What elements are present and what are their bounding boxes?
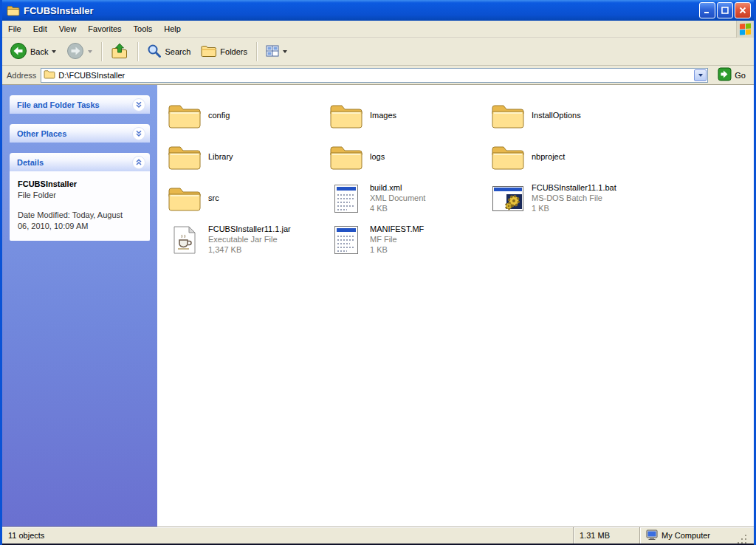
details-panel: Details FCUBSInstaller File Folder Date … [10,153,150,241]
folder-icon [7,5,20,16]
java-archive-icon [167,225,202,255]
file-grid: config Images [157,85,754,527]
address-label: Address [5,71,36,80]
task-pane: File and Folder Tasks Other Places [2,85,157,527]
explorer-window: FCUBSInstaller File Edit View Favorites … [0,0,756,545]
resize-grip[interactable] [738,533,748,544]
chevron-down-icon[interactable] [132,98,145,112]
search-icon [147,44,162,60]
panel-title: Other Places [17,129,66,138]
document-icon [329,225,364,255]
file-tile[interactable]: logs [325,137,481,178]
file-type: MF File [370,235,424,245]
toolbar-separator [256,42,257,61]
folders-button[interactable]: Folders [196,41,252,62]
file-name: FCUBSInstaller11.1.jar [208,224,291,235]
file-name: config [208,111,230,121]
folder-up-icon [111,43,128,61]
file-type: MS-DOS Batch File [532,193,616,204]
panel-title: Details [17,158,44,167]
other-places-panel: Other Places [10,124,150,143]
chevron-up-icon[interactable] [132,156,145,169]
window-title: FCUBSInstaller [24,5,695,16]
up-button[interactable] [106,40,133,64]
file-tile[interactable]: config [163,95,320,137]
status-bar: 11 objects 1.31 MB My Computer [2,527,754,544]
details-header[interactable]: Details [10,153,150,171]
file-tile[interactable]: build.xml XML Document 4 KB [325,178,481,219]
file-name: FCUBSInstaller11.1.bat [532,183,616,193]
folder-icon [490,103,526,129]
folders-label: Folders [220,47,247,56]
gear-window-icon [490,185,526,212]
back-icon [10,42,27,61]
toolbar-separator [137,42,138,61]
file-tile[interactable]: FCUBSInstaller11.1.jar Executable Jar Fi… [163,219,320,261]
file-tile[interactable]: InstallOptions [487,95,643,137]
file-name: Images [370,111,396,121]
back-button[interactable]: Back [5,39,61,64]
address-path: D:\FCUBSInstaller [58,71,691,80]
folder-icon [167,144,202,171]
window-controls [699,2,751,18]
status-object-count: 11 objects [2,527,573,544]
menu-view[interactable]: View [53,22,83,35]
menu-tools[interactable]: Tools [128,22,159,35]
status-location: My Computer [639,527,754,544]
search-button[interactable]: Search [142,41,195,63]
file-size: 4 KB [370,204,425,214]
views-button[interactable] [261,41,292,62]
file-tile[interactable]: Library [163,137,320,178]
back-dropdown-icon [52,50,56,53]
file-tile[interactable]: MANIFEST.MF MF File 1 KB [325,219,481,261]
file-and-folder-tasks-panel: File and Folder Tasks [10,95,150,114]
minimize-button[interactable] [699,2,715,18]
status-total-size: 1.31 MB [573,527,639,544]
file-and-folder-tasks-header[interactable]: File and Folder Tasks [10,95,150,114]
file-name: Library [208,152,233,162]
menu-file[interactable]: File [2,22,27,35]
file-tile[interactable]: FCUBSInstaller11.1.bat MS-DOS Batch File… [487,178,643,219]
maximize-button[interactable] [717,2,733,18]
forward-button[interactable] [62,39,97,64]
address-input[interactable]: D:\FCUBSInstaller [41,68,708,83]
chevron-down-icon[interactable] [132,127,145,140]
close-button[interactable] [735,2,751,18]
file-tile[interactable]: src [163,178,320,219]
folder-icon [44,69,55,80]
file-name: logs [370,152,385,162]
document-icon [329,184,364,213]
folders-icon [201,44,217,59]
details-body: FCUBSInstaller File Folder Date Modified… [10,171,150,241]
title-bar[interactable]: FCUBSInstaller [2,0,754,21]
address-dropdown-button[interactable] [694,69,707,81]
menu-help[interactable]: Help [158,22,187,35]
other-places-header[interactable]: Other Places [10,124,150,143]
menu-favorites[interactable]: Favorites [82,22,127,35]
folder-icon [329,103,364,129]
forward-icon [66,42,84,61]
go-label: Go [735,71,746,80]
file-tile[interactable]: Images [325,95,481,137]
details-folder-name: FCUBSInstaller [18,179,142,190]
search-label: Search [165,47,190,56]
file-tile[interactable]: nbproject [487,137,643,178]
folder-icon [167,103,202,129]
go-button[interactable]: Go [712,65,751,85]
views-dropdown-icon [283,50,287,53]
folder-icon [167,185,202,212]
file-size: 1 KB [370,245,424,256]
file-name: src [208,193,219,204]
file-type: XML Document [370,193,425,204]
file-size: 1 KB [532,204,616,214]
status-location-label: My Computer [662,531,710,540]
windows-logo-icon [736,21,754,38]
toolbar: Back [2,38,754,66]
file-name: nbproject [532,152,565,162]
menu-edit[interactable]: Edit [27,22,53,35]
file-size: 1,347 KB [208,245,291,256]
file-type: Executable Jar File [208,235,291,245]
menu-bar: File Edit View Favorites Tools Help [2,21,754,38]
views-icon [266,44,279,59]
panel-title: File and Folder Tasks [17,100,100,109]
